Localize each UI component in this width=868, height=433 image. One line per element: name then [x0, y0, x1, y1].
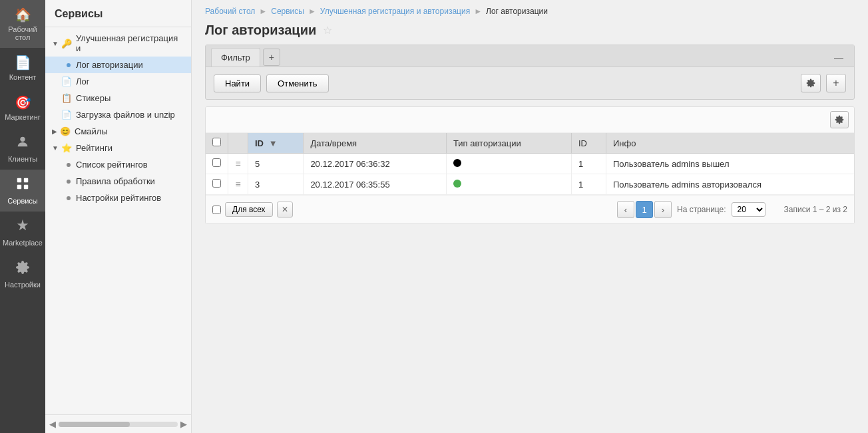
next-page-button[interactable]: ›: [654, 201, 672, 218]
sidebar-scrollbar-thumb: [59, 422, 130, 427]
nav-item-dashboard[interactable]: 🏠 Рабочий стол: [0, 0, 45, 48]
page-checkbox[interactable]: [212, 206, 221, 214]
per-page-select[interactable]: 20 50 100: [732, 202, 765, 217]
row-auth-type: [446, 174, 571, 195]
drag-handle-icon: ≡: [235, 158, 240, 169]
sort-down-icon: ▼: [269, 138, 278, 148]
th-id[interactable]: ID ▼: [248, 133, 304, 154]
table-body: ≡ 5 20.12.2017 06:36:32 1 Пользователь a…: [206, 154, 854, 195]
nav-item-settings[interactable]: Настройки: [0, 253, 45, 295]
arrow-down-icon-2: ▼: [52, 144, 59, 152]
breadcrumb-sep-2: ►: [308, 7, 316, 16]
arrow-right-icon: ▶: [52, 128, 57, 135]
favorite-star-icon[interactable]: ☆: [323, 24, 332, 37]
breadcrumb-enhanced[interactable]: Улучшенная регистрация и авторизация: [320, 7, 470, 16]
main-content: Рабочий стол ► Сервисы ► Улучшенная реги…: [192, 0, 868, 433]
nav-label-dashboard: Рабочий стол: [3, 25, 43, 41]
row-handle-cell: ≡: [228, 154, 248, 174]
per-page-label: На странице:: [677, 205, 726, 214]
nav-item-clients[interactable]: Клиенты: [0, 128, 45, 170]
filter-minimize-button[interactable]: —: [829, 49, 849, 65]
select-all-checkbox[interactable]: [212, 138, 221, 146]
nav-bar: 🏠 Рабочий стол 📄 Контент 🎯 Маркетинг Кли…: [0, 0, 45, 433]
status-dot-icon: [453, 159, 461, 167]
clients-icon: [15, 134, 30, 152]
sidebar-item-file-upload[interactable]: 📄 Загрузка файлов и unzip: [45, 106, 191, 123]
services-icon: [15, 176, 30, 194]
filter-find-button[interactable]: Найти: [214, 74, 261, 92]
nav-item-marketplace[interactable]: Marketplace: [0, 212, 45, 253]
nav-label-marketing: Маркетинг: [5, 113, 40, 121]
nav-item-services[interactable]: Сервисы: [0, 170, 45, 212]
row-id: 5: [248, 154, 304, 174]
marketplace-icon: [15, 218, 30, 236]
row-checkbox-cell: [206, 154, 228, 174]
prev-page-button[interactable]: ‹: [617, 201, 634, 218]
sidebar-item-enhanced-reg[interactable]: ▼ 🔑 Улучшенная регистрация и: [45, 30, 191, 57]
th-id-label: ID: [255, 138, 264, 148]
th-auth-type[interactable]: Тип авторизации: [446, 133, 571, 154]
sidebar-label-auth-log: Лог авторизации: [76, 60, 143, 70]
th-datetime[interactable]: Дата/время: [304, 133, 447, 154]
content-icon: 📄: [15, 55, 31, 71]
th-checkbox: [206, 133, 228, 154]
svg-rect-2: [24, 178, 28, 182]
filter-panel: Фильтр + — Найти Отменить +: [205, 45, 855, 100]
scroll-right-icon[interactable]: ▶: [180, 419, 187, 429]
filter-tab-main[interactable]: Фильтр: [211, 48, 260, 67]
clear-selection-button[interactable]: ✕: [277, 202, 293, 217]
marketing-icon: 🎯: [15, 94, 31, 110]
breadcrumb-current: Лог авторизации: [486, 7, 548, 16]
filter-plus-button[interactable]: +: [826, 74, 846, 92]
breadcrumb-sep-3: ►: [474, 7, 482, 16]
sidebar-item-ratings-settings[interactable]: Настройки рейтингов: [45, 190, 191, 206]
sidebar-item-ratings[interactable]: ▼ ⭐ Рейтинги: [45, 140, 191, 156]
filter-cancel-button[interactable]: Отменить: [266, 74, 328, 92]
row-info: Пользователь admins авторизовался: [606, 174, 854, 195]
clear-icon: ✕: [282, 205, 288, 214]
dot-icon-2: [67, 163, 71, 167]
sidebar-item-stickers[interactable]: 📋 Стикеры: [45, 90, 191, 106]
pagination-nav: ‹ 1 ›: [617, 201, 672, 218]
page-title: Лог авторизации: [205, 23, 316, 38]
table-gear-button[interactable]: [830, 111, 849, 128]
nav-item-content[interactable]: 📄 Контент: [0, 48, 45, 88]
for-all-button[interactable]: Для всех: [225, 202, 273, 217]
breadcrumb-dashboard[interactable]: Рабочий стол: [205, 7, 255, 16]
sidebar-title: Сервисы: [45, 0, 191, 27]
nav-label-services: Сервисы: [7, 197, 38, 205]
key-icon: 🔑: [61, 39, 72, 49]
sidebar-item-log[interactable]: 📄 Лог: [45, 73, 191, 90]
row-id: 3: [248, 174, 304, 195]
sidebar-item-ratings-list[interactable]: Список рейтингов: [45, 156, 191, 173]
row-checkbox[interactable]: [212, 158, 221, 167]
sidebar-label-stickers: Стикеры: [76, 93, 110, 103]
th-id2[interactable]: ID: [571, 133, 606, 154]
svg-rect-1: [17, 178, 21, 182]
page-checkbox-area: Для всех ✕: [212, 202, 293, 217]
scroll-left-icon[interactable]: ◀: [49, 419, 56, 429]
th-info[interactable]: Инфо: [606, 133, 854, 154]
svg-point-0: [20, 137, 25, 142]
table-row: ≡ 5 20.12.2017 06:36:32 1 Пользователь a…: [206, 154, 854, 174]
sidebar-bottom: ◀ ▶: [45, 414, 191, 433]
table-gear-icon: [835, 115, 844, 124]
filter-add-tab-button[interactable]: +: [263, 49, 280, 66]
filter-gear-button[interactable]: [801, 74, 821, 92]
breadcrumb-services[interactable]: Сервисы: [271, 7, 304, 16]
sidebar-scrollbar-track[interactable]: [59, 422, 178, 427]
nav-item-marketing[interactable]: 🎯 Маркетинг: [0, 88, 45, 128]
sidebar-item-ratings-rules[interactable]: Правила обработки: [45, 173, 191, 190]
sidebar: Сервисы ▼ 🔑 Улучшенная регистрация и Лог…: [45, 0, 192, 433]
smiles-icon: 😊: [60, 126, 71, 136]
settings-icon: [15, 260, 30, 278]
sidebar-item-auth-log[interactable]: Лог авторизации: [45, 57, 191, 73]
table-row: ≡ 3 20.12.2017 06:35:55 1 Пользователь a…: [206, 174, 854, 195]
page-1-button[interactable]: 1: [636, 201, 653, 218]
nav-label-content: Контент: [9, 73, 37, 81]
data-table: ID ▼ Дата/время Тип авторизации ID Инфо …: [206, 133, 854, 195]
row-checkbox[interactable]: [212, 179, 221, 188]
drag-handle-icon: ≡: [235, 179, 240, 190]
sidebar-item-smiles[interactable]: ▶ 😊 Смайлы: [45, 123, 191, 140]
row-handle-cell: ≡: [228, 174, 248, 195]
